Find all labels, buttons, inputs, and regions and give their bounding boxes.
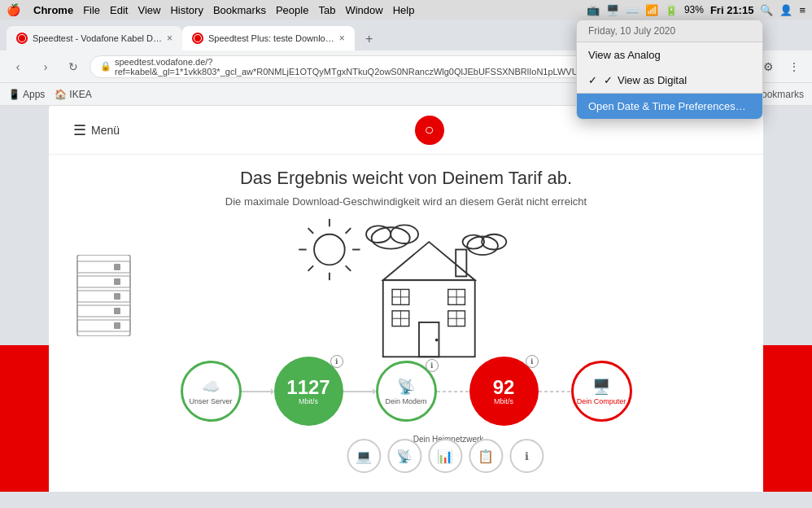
menubar-right: 📺 🖥️ ⌨️ 📶 🔋 93% Fri 21:15 🔍 👤 ≡ (587, 4, 805, 16)
menubar-file[interactable]: File (83, 4, 100, 16)
tab-2-title: Speedtest Plus: teste Downlo… (208, 33, 334, 43)
display-icon[interactable]: 🖥️ (606, 4, 619, 16)
open-date-time-prefs-item[interactable]: Open Date & Time Preferences… (577, 94, 762, 119)
tab-2[interactable]: Speedtest Plus: teste Downlo… × (182, 26, 355, 50)
wifi-router-icon: 📡 (397, 378, 415, 396)
svg-point-10 (391, 225, 418, 243)
reload-button[interactable]: ↻ (62, 55, 85, 78)
bookmark-ikea-label: IKEA (69, 89, 91, 100)
user-icon[interactable]: 👤 (779, 4, 792, 16)
device-icon-1[interactable]: 💻 (347, 439, 381, 473)
page-content: ☰ Menü ○ Das Ergebnis weicht von Deinem … (0, 106, 812, 492)
page-title: Das Ergebnis weicht von Deinem Tarif ab. (65, 168, 747, 189)
menu-dots-icon[interactable]: ⋮ (783, 55, 805, 78)
bookmark-apps[interactable]: 📱 Apps (8, 89, 45, 100)
tab-2-close[interactable]: × (339, 33, 345, 44)
apps-icon: 📱 (8, 89, 20, 100)
info-badge-1[interactable]: ℹ (330, 355, 343, 368)
svg-rect-38 (114, 264, 120, 270)
tab-1-favicon (16, 33, 28, 44)
home-speed-unit: Mbit/s (494, 397, 513, 405)
view-digital-label: View as Digital (618, 74, 687, 86)
tab-1-title: Speedtest - Vodafone Kabel D… (33, 33, 162, 43)
open-prefs-label: Open Date & Time Preferences… (588, 100, 746, 112)
svg-point-9 (372, 227, 410, 248)
svg-rect-41 (114, 308, 120, 314)
arrow-2 (343, 387, 376, 396)
home-speed-container: 92 Mbit/s ℹ (469, 357, 539, 426)
computer-label: Dein Computer (577, 397, 626, 405)
house-illustration (276, 218, 536, 373)
device-icon-4[interactable]: 📋 (469, 439, 503, 473)
svg-rect-37 (77, 320, 130, 331)
menu-label: Menü (91, 124, 120, 137)
forward-button[interactable]: › (34, 55, 57, 78)
tab-2-favicon (192, 33, 203, 44)
svg-line-7 (346, 228, 351, 234)
svg-point-14 (463, 235, 484, 249)
menubar-window[interactable]: Window (345, 4, 382, 16)
dashed-connector (437, 387, 469, 396)
svg-point-0 (314, 234, 345, 265)
keyboard-icon[interactable]: ⌨️ (626, 4, 639, 16)
checkmark-icon: ✓ (604, 74, 613, 86)
wifi-icon[interactable]: 📶 (645, 4, 658, 16)
info-icon-bottom[interactable]: ℹ (509, 439, 544, 473)
menubar-help[interactable]: Help (393, 4, 415, 16)
clock[interactable]: Fri 21:15 (710, 4, 753, 16)
bookmark-ikea[interactable]: 🏠 IKEA (55, 89, 91, 100)
view-analog-label: View as Analog (588, 49, 661, 61)
menubar-view[interactable]: View (138, 4, 160, 16)
bookmark-apps-label: Apps (23, 89, 45, 100)
menubar-edit[interactable]: Edit (110, 4, 128, 16)
page-subtitle: Die maximale Download-Geschwindigkeit wi… (65, 195, 747, 208)
svg-rect-36 (77, 305, 130, 317)
speed-number: 1127 (286, 378, 330, 397)
svg-line-8 (308, 265, 314, 271)
battery-icon: 🔋 (665, 4, 678, 16)
speed-unit: Mbit/s (299, 397, 318, 405)
computer-circle-container: 🖥️ Dein Computer (571, 361, 632, 422)
view-digital-item[interactable]: ✓ View as Digital (577, 68, 762, 93)
control-center-icon[interactable]: ≡ (799, 4, 805, 16)
device-icon-2[interactable]: 📡 (387, 439, 421, 473)
menubar-bookmarks[interactable]: Bookmarks (213, 4, 266, 16)
back-button[interactable]: ‹ (7, 55, 29, 78)
device-icon-3[interactable]: 📊 (428, 439, 462, 473)
svg-line-6 (346, 265, 351, 271)
dashed-connector-2 (539, 387, 571, 396)
tab-1-close[interactable]: × (167, 33, 172, 44)
menubar-history[interactable]: History (170, 4, 203, 16)
home-speed-number: 92 (493, 378, 515, 397)
menubar-app-name[interactable]: Chrome (33, 4, 73, 16)
vodafone-logo: ○ (415, 116, 444, 145)
server-circle: ☁️ Unser Server (181, 361, 242, 422)
screen-sharing-icon[interactable]: 📺 (587, 4, 600, 16)
new-tab-button[interactable]: + (358, 28, 381, 50)
speed-value-container: 1127 Mbit/s ℹ (274, 357, 343, 426)
search-icon[interactable]: 🔍 (760, 4, 773, 16)
ikea-icon: 🏠 (55, 89, 67, 100)
datetime-dropdown: Friday, 10 July 2020 View as Analog ✓ Vi… (576, 20, 763, 120)
menu-button[interactable]: ☰ Menü (73, 121, 120, 139)
view-analog-item[interactable]: View as Analog (577, 42, 762, 68)
computer-icon: 🖥️ (592, 378, 610, 396)
modem-circle-container: 📡 Dein Modem ℹ (376, 361, 437, 422)
info-badge-2[interactable]: ℹ (426, 359, 439, 372)
apple-menu[interactable]: 🍎 (7, 3, 20, 16)
menubar-people[interactable]: People (276, 4, 308, 16)
arrow-1 (242, 387, 274, 396)
illustration-area: ☁️ Unser Server 1127 (49, 214, 763, 475)
cloud-icon: ☁️ (202, 378, 220, 396)
svg-line-5 (308, 228, 314, 234)
svg-rect-39 (114, 278, 120, 285)
tab-1[interactable]: Speedtest - Vodafone Kabel D… × (7, 26, 182, 50)
info-badge-3[interactable]: ℹ (526, 355, 539, 368)
speed-indicators-row: ☁️ Unser Server 1127 (49, 357, 763, 426)
svg-rect-40 (114, 293, 120, 300)
battery-level: 93% (684, 4, 704, 15)
menubar-tab[interactable]: Tab (318, 4, 335, 16)
title-area: Das Ergebnis weicht von Deinem Tarif ab.… (49, 155, 763, 214)
result-card: ☰ Menü ○ Das Ergebnis weicht von Deinem … (49, 106, 763, 492)
server-label: Unser Server (189, 397, 232, 405)
